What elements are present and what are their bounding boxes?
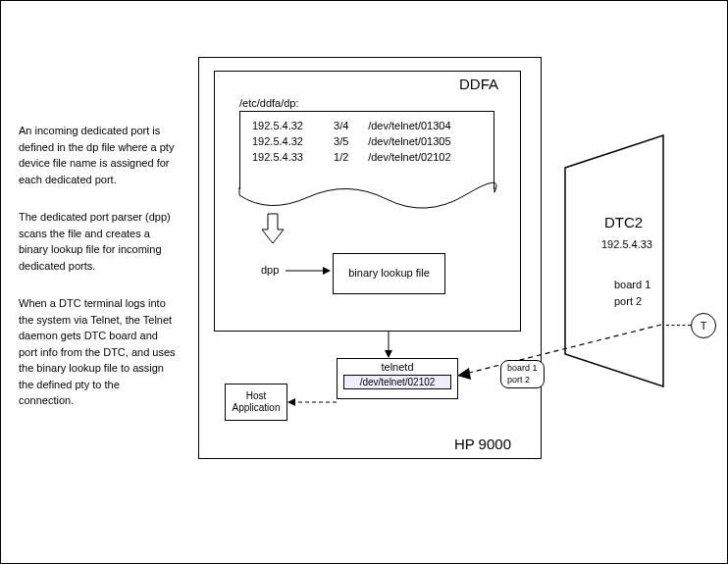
svg-line-7 <box>465 325 661 374</box>
torn-edge-icon <box>239 187 494 217</box>
down-arrow-icon <box>262 214 284 243</box>
cell-dev: /dev/telnet/01304 <box>368 120 450 131</box>
hp9000-label: HP 9000 <box>454 436 511 452</box>
svg-marker-3 <box>385 350 392 358</box>
right-arrow-icon <box>286 266 331 276</box>
cell-bp: 3/4 <box>334 120 365 131</box>
terminal-connector-line <box>666 325 691 327</box>
desc-para-1: An incoming dedicated port is defined in… <box>19 123 176 187</box>
dtc-ip-label: 192.5.4.33 <box>601 238 652 250</box>
ddfa-label: DDFA <box>459 76 498 92</box>
cell-dev: /dev/telnet/02102 <box>368 151 450 163</box>
dpp-label: dpp <box>261 264 279 276</box>
cell-ip: 192.5.4.32 <box>252 120 331 131</box>
desc-para-2: The dedicated port parser (dpp) scans th… <box>19 209 176 274</box>
terminal-letter: T <box>701 320 707 332</box>
ddfa-box: DDFA /etc/ddfa/dp: 192.5.4.32 3/4 /dev/t… <box>214 71 521 332</box>
host-application-label: Host Application <box>226 390 286 414</box>
svg-marker-1 <box>323 267 331 275</box>
binary-lookup-box: binary lookup file <box>333 253 445 294</box>
terminal-circle: T <box>691 313 716 338</box>
dtc-board-label: board 1 <box>614 279 650 290</box>
dpfile-box: 192.5.4.32 3/4 /dev/telnet/01304 192.5.4… <box>239 111 494 189</box>
table-row: 192.5.4.32 3/4 /dev/telnet/01304 <box>252 120 482 131</box>
description-column: An incoming dedicated port is defined in… <box>19 123 176 431</box>
cell-bp: 3/5 <box>334 135 365 147</box>
desc-para-3: When a DTC terminal logs into the system… <box>19 295 176 409</box>
telnetd-label: telnetd <box>338 361 457 373</box>
telnetd-dev-box: /dev/telnet/02102 <box>343 375 451 389</box>
bubble-port: port 2 <box>507 375 538 386</box>
svg-marker-8 <box>457 368 471 380</box>
dtc-port-label: port 2 <box>614 295 642 307</box>
down-arrow-icon <box>384 331 393 358</box>
bubble-board: board 1 <box>507 363 538 375</box>
cell-dev: /dev/telnet/01305 <box>368 135 450 147</box>
dtc-name-label: DTC2 <box>604 214 643 231</box>
hp9000-box: HP 9000 DDFA /etc/ddfa/dp: 192.5.4.32 3/… <box>198 57 542 459</box>
cell-bp: 1/2 <box>334 151 365 163</box>
binary-lookup-label: binary lookup file <box>348 267 430 280</box>
table-row: 192.5.4.32 3/5 /dev/telnet/01305 <box>252 135 482 147</box>
dashed-connection-line <box>457 325 663 384</box>
info-bubble: board 1 port 2 <box>500 360 545 388</box>
telnetd-box: telnetd /dev/telnet/02102 <box>337 358 458 399</box>
dashed-arrow-icon <box>287 394 337 410</box>
table-row: 192.5.4.33 1/2 /dev/telnet/02102 <box>252 151 482 163</box>
svg-marker-5 <box>287 398 295 406</box>
cell-ip: 192.5.4.32 <box>252 135 331 147</box>
host-application-box: Host Application <box>225 384 287 421</box>
cell-ip: 192.5.4.33 <box>252 151 331 163</box>
dpfile-path-label: /etc/ddfa/dp: <box>239 97 299 109</box>
